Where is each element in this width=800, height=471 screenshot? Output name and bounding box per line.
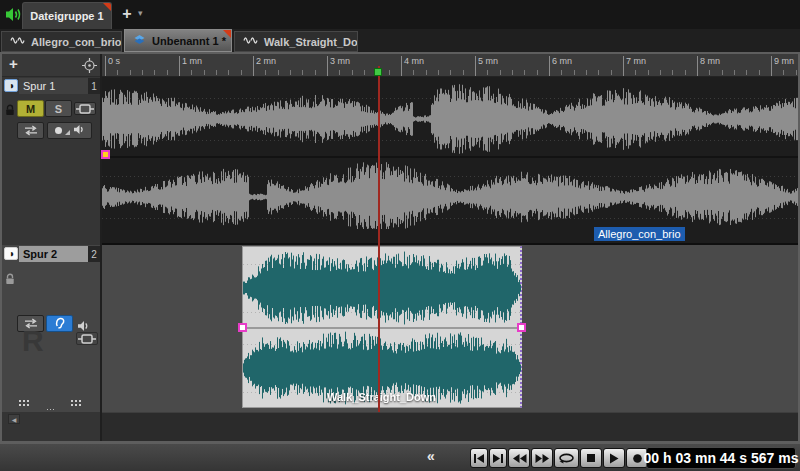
add-track-button[interactable]: + xyxy=(9,55,18,72)
time-ruler[interactable]: 0 s1 mn2 mn3 mn4 mn5 mn6 mn7 mn8 mn9 mn xyxy=(102,54,798,77)
go-to-end-button[interactable] xyxy=(489,448,507,468)
track1-name[interactable]: Spur 1 xyxy=(19,78,88,94)
ruler-tick xyxy=(561,70,562,75)
resize-grip-icon[interactable] xyxy=(18,399,31,408)
solo-button[interactable]: S xyxy=(45,100,72,117)
ruler-tick xyxy=(500,70,501,75)
transport-collapse-button[interactable]: « xyxy=(427,448,435,464)
ruler-label: 3 mn xyxy=(330,56,350,66)
ruler-label: 5 mn xyxy=(478,56,498,66)
document-tab-bar: Allegro_con_brio Unbenannt 1 * Walk_Stra… xyxy=(0,29,800,52)
ruler-tick xyxy=(216,70,217,75)
track2-clip[interactable]: Walk_Straight_Down xyxy=(242,246,522,408)
playhead-line[interactable] xyxy=(378,66,380,412)
tab-allegro-con-brio[interactable]: Allegro_con_brio xyxy=(1,31,122,52)
track-header-panel: + ◑ Spur 1 1 M S xyxy=(2,54,100,441)
ruler-tick-major xyxy=(771,56,772,77)
focus-target-icon[interactable] xyxy=(82,58,97,77)
audio-output-icon xyxy=(5,7,22,26)
track2-waveform-canvas[interactable] xyxy=(243,247,521,407)
track2-header[interactable]: ◑ Spur 2 2 R xyxy=(2,245,100,412)
add-group-tab-caret-icon[interactable]: ▾ xyxy=(138,8,143,18)
ruler-tick xyxy=(783,70,784,75)
clip-right-handle[interactable] xyxy=(517,323,526,332)
tab-unbenannt-1[interactable]: Unbenannt 1 * xyxy=(124,29,232,52)
ruler-tick xyxy=(339,70,340,75)
loop-button[interactable] xyxy=(554,448,579,468)
ruler-label: 1 mn xyxy=(182,56,202,66)
resize-grip-icon[interactable] xyxy=(70,399,83,408)
mute-button[interactable]: M xyxy=(17,100,44,117)
rewind-button[interactable] xyxy=(508,448,530,468)
track1-lock-icon[interactable] xyxy=(5,102,15,120)
record-arm-monitor-button[interactable] xyxy=(47,122,92,139)
tab-label: Unbenannt 1 * xyxy=(152,35,226,47)
ruler-tick xyxy=(635,70,636,75)
ruler-tick xyxy=(241,70,242,75)
playback-locator-icon[interactable] xyxy=(374,68,382,76)
track2-name[interactable]: Spur 2 xyxy=(19,246,88,262)
transport-bar: « xyxy=(0,443,800,471)
group-tab-bar: Dateigruppe 1 + ▾ xyxy=(0,0,800,29)
clip-left-handle[interactable] xyxy=(238,323,247,332)
ruler-tick xyxy=(290,70,291,75)
ruler-tick-major xyxy=(179,56,180,77)
ruler-tick-major xyxy=(401,56,402,77)
modified-corner-icon xyxy=(223,30,231,38)
ruler-label: 0 s xyxy=(108,56,120,66)
track1-header[interactable]: ◑ Spur 1 1 M S xyxy=(2,77,100,245)
tab-label: Allegro_con_brio xyxy=(31,36,121,48)
ruler-tick-major xyxy=(253,56,254,77)
stop-button[interactable] xyxy=(580,448,602,468)
ruler-tick xyxy=(426,70,427,75)
panorama-icon[interactable] xyxy=(17,122,44,139)
track2-name-row: ◑ Spur 2 2 xyxy=(2,246,100,263)
ruler-tick-major xyxy=(549,56,550,77)
fast-forward-button[interactable] xyxy=(531,448,553,468)
add-group-tab-button[interactable]: + xyxy=(118,4,136,24)
ruler-tick xyxy=(438,70,439,75)
ruler-tick xyxy=(611,70,612,75)
tab-label: Walk_Straight_Down xyxy=(264,36,358,48)
plugin-chain-icon[interactable] xyxy=(76,332,98,345)
play-button[interactable] xyxy=(603,448,625,468)
ruler-tick-major xyxy=(697,56,698,77)
ruler-tick xyxy=(537,70,538,75)
track2-lock-icon[interactable] xyxy=(5,271,15,289)
ruler-tick xyxy=(648,70,649,75)
ruler-tick-major xyxy=(475,56,476,77)
time-position-display[interactable]: 00 h 03 mn 44 s 567 ms xyxy=(646,447,796,469)
track1-clip-name[interactable]: Allegro_con_brio xyxy=(594,227,685,241)
ruler-tick xyxy=(302,70,303,75)
tab-walk-straight-down[interactable]: Walk_Straight_Down xyxy=(234,31,358,52)
ruler-tick xyxy=(487,70,488,75)
track2-enable-toggle-icon[interactable]: ◑ xyxy=(4,247,18,260)
track2-clip-name: Walk_Straight_Down xyxy=(243,391,520,403)
scroll-left-button[interactable]: ◀ xyxy=(8,414,20,424)
go-to-start-button[interactable] xyxy=(470,448,488,468)
track2-lane[interactable]: Walk_Straight_Down xyxy=(102,245,798,412)
tab-dateigruppe[interactable]: Dateigruppe 1 xyxy=(22,2,112,29)
ruler-tick-major xyxy=(105,56,106,77)
ruler-tick xyxy=(167,70,168,75)
record-mode-corner-icon xyxy=(65,130,70,135)
monitor-ear-button[interactable] xyxy=(46,315,73,332)
track1-enable-toggle-icon[interactable]: ◑ xyxy=(4,79,18,92)
track2-number: 2 xyxy=(88,246,100,262)
ruler-tick xyxy=(598,70,599,75)
volume-handle[interactable] xyxy=(101,150,110,159)
track1-lane[interactable]: Allegro_con_brio xyxy=(102,77,798,245)
track1-waveform-canvas[interactable] xyxy=(102,79,798,229)
ruler-tick xyxy=(672,70,673,75)
ruler-tick xyxy=(463,70,464,75)
ruler-tick xyxy=(364,70,365,75)
ruler-label: 7 mn xyxy=(626,56,646,66)
ruler-label: 9 mn xyxy=(774,56,794,66)
transport-buttons xyxy=(470,448,648,468)
ruler-tick xyxy=(228,70,229,75)
arrange-workspace: + ◑ Spur 1 1 M S xyxy=(0,52,800,443)
ruler-label: 8 mn xyxy=(700,56,720,66)
ruler-tick xyxy=(389,70,390,75)
plugin-chain-icon[interactable] xyxy=(74,102,96,115)
resize-grip-icon[interactable] xyxy=(46,408,56,411)
